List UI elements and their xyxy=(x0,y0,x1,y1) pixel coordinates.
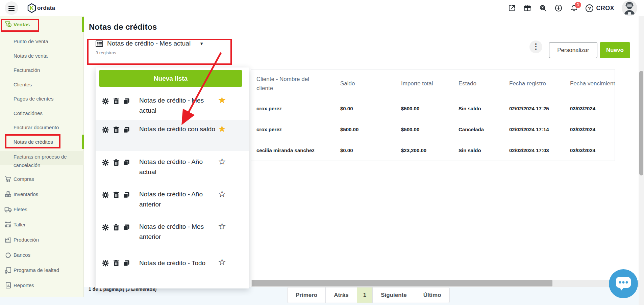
sidebar-item-notas-de-venta[interactable]: Notas de venta xyxy=(0,49,84,63)
cell-saldo: $0.00 xyxy=(335,147,396,153)
list-option-label[interactable]: Notas de crédito - Todo xyxy=(139,258,217,268)
settings-gear-icon[interactable] xyxy=(101,223,109,231)
table-row[interactable]: crox perez $0.00 $500.00 Sin saldo 02/02… xyxy=(251,98,615,119)
caret-down-icon[interactable]: ▼ xyxy=(199,41,204,46)
list-option-label[interactable]: Notas de crédito - Año anterior xyxy=(139,189,217,210)
horizontal-scrollbar-thumb[interactable] xyxy=(252,280,552,286)
search-records-icon[interactable] xyxy=(539,4,547,12)
delete-trash-icon[interactable] xyxy=(112,223,120,231)
sidebar-item-facturacion[interactable]: Facturación xyxy=(0,63,84,77)
delete-trash-icon[interactable] xyxy=(112,259,120,267)
notifications-bell-icon[interactable]: 1 xyxy=(570,4,578,12)
cell-fecha-vencimiento: 03/03/2024 xyxy=(565,127,615,132)
pagination-next-button[interactable]: Siguiente xyxy=(372,287,415,303)
list-option-label[interactable]: Notas de crédito - Año actual xyxy=(139,157,217,177)
pagination: Primero Atrás 1 Siguiente Último xyxy=(287,287,450,303)
pagination-last-button[interactable]: Último xyxy=(415,287,450,303)
duplicate-copy-icon[interactable] xyxy=(122,259,130,267)
sidebar-item-taller[interactable]: Taller xyxy=(0,217,84,232)
vertical-scrollbar-thumb[interactable] xyxy=(639,71,643,175)
duplicate-copy-icon[interactable] xyxy=(122,159,130,167)
sidebar-item-programa-lealtad[interactable]: Programa de lealtad xyxy=(0,262,84,277)
add-circle-icon[interactable] xyxy=(554,4,563,12)
sidebar-item-cotizaciones[interactable]: Cotizaciónes xyxy=(0,106,84,120)
gift-icon[interactable] xyxy=(523,4,531,12)
duplicate-copy-icon[interactable] xyxy=(122,97,130,105)
page-title: Notas de créditos xyxy=(89,22,157,32)
open-in-new-icon[interactable] xyxy=(508,4,516,12)
list-option-row[interactable]: Notas de crédito - Año anterior ☆ xyxy=(96,185,249,217)
star-filled-icon[interactable]: ★ xyxy=(218,95,226,105)
col-header-fecha-vencimiento[interactable]: Fecha vencimiento xyxy=(565,80,615,87)
sidebar-item-notas-de-creditos[interactable]: Notas de créditos xyxy=(0,135,84,149)
col-header-importe[interactable]: Importe total xyxy=(396,80,453,87)
duplicate-copy-icon[interactable] xyxy=(122,223,130,231)
delete-trash-icon[interactable] xyxy=(112,159,120,167)
star-outline-icon[interactable]: ☆ xyxy=(218,257,226,267)
cell-fecha-vencimiento: 03/03/2024 xyxy=(565,106,615,111)
star-filled-icon[interactable]: ★ xyxy=(218,124,226,134)
cell-cliente: crox perez xyxy=(251,127,335,132)
cell-importe: $500.00 xyxy=(396,106,453,111)
duplicate-copy-icon[interactable] xyxy=(122,191,130,199)
sidebar-item-produccion[interactable]: Producción xyxy=(0,232,84,247)
sidebar-item-inventarios[interactable]: Inventarios xyxy=(0,186,84,201)
user-avatar[interactable] xyxy=(622,0,637,16)
pagination-current-page[interactable]: 1 xyxy=(357,287,373,303)
list-option-row-highlighted[interactable]: Notas de crédito con saldo ★ xyxy=(96,120,249,151)
list-option-label[interactable]: Notas de crédito - Mes anterior xyxy=(139,222,217,242)
col-header-fecha-registro[interactable]: Fecha registro xyxy=(504,80,565,87)
cell-cliente: crox perez xyxy=(251,106,335,111)
list-option-row[interactable]: Notas de crédito - Mes actual ★ xyxy=(96,91,249,120)
sidebar-item-facturas-en-proceso[interactable]: Facturas en proceso de cancelación xyxy=(0,150,84,171)
sidebar-item-fletes[interactable]: Fletes xyxy=(0,201,84,217)
list-selector[interactable]: Notas de crédito - Mes actual ▼ 3 regist… xyxy=(96,40,204,55)
new-list-button[interactable]: Nueva lista xyxy=(99,70,242,87)
new-button[interactable]: Nuevo xyxy=(600,42,630,58)
settings-gear-icon[interactable] xyxy=(101,259,109,267)
personalize-button[interactable]: Personalizar xyxy=(549,42,597,58)
col-header-estado[interactable]: Estado xyxy=(453,80,504,87)
col-header-saldo[interactable]: Saldo xyxy=(335,80,396,87)
pagination-prev-button[interactable]: Atrás xyxy=(325,287,357,303)
cell-saldo: $500.00 xyxy=(335,127,396,132)
sidebar-item-clientes[interactable]: Clientes xyxy=(0,77,84,91)
settings-gear-icon[interactable] xyxy=(101,126,109,134)
vertical-scrollbar[interactable] xyxy=(639,16,644,305)
sidebar-item-compras[interactable]: Compras xyxy=(0,171,84,186)
table-row[interactable]: crox perez $500.00 $500.00 Cancelada 02/… xyxy=(251,119,615,140)
chat-support-button[interactable] xyxy=(609,269,638,298)
star-outline-icon[interactable]: ☆ xyxy=(218,221,226,231)
list-option-label[interactable]: Notas de crédito - Mes actual xyxy=(139,95,217,116)
sidebar-item-facturar-documento[interactable]: Facturar documento xyxy=(0,120,84,134)
sidebar-item-reportes[interactable]: Reportes xyxy=(0,277,84,293)
help-icon[interactable]: ? xyxy=(586,4,593,12)
delete-trash-icon[interactable] xyxy=(112,97,120,105)
list-option-row[interactable]: Notas de crédito - Todo ☆ xyxy=(96,250,249,278)
sidebar-nav: $ Ventas Punto de Venta Notas de venta F… xyxy=(0,16,84,297)
settings-gear-icon[interactable] xyxy=(101,191,109,199)
star-outline-icon[interactable]: ☆ xyxy=(218,189,226,199)
star-outline-icon[interactable]: ☆ xyxy=(218,157,226,167)
brand-logo[interactable]: K ordata xyxy=(27,3,55,13)
list-option-label[interactable]: Notas de crédito con saldo xyxy=(139,124,217,134)
hamburger-menu-button[interactable] xyxy=(5,1,18,15)
sidebar-item-punto-de-venta[interactable]: Punto de Venta xyxy=(0,34,84,48)
delete-trash-icon[interactable] xyxy=(112,191,120,199)
sidebar-item-pagos-de-clientes[interactable]: Pagos de clientes xyxy=(0,91,84,106)
topbar-actions: 1 ? CROX xyxy=(500,0,637,16)
settings-gear-icon[interactable] xyxy=(101,97,109,105)
settings-gear-icon[interactable] xyxy=(101,159,109,167)
horizontal-scrollbar[interactable] xyxy=(251,280,644,287)
piggy-bank-icon xyxy=(4,251,12,259)
more-options-kebab-button[interactable]: ⋮ xyxy=(529,40,542,53)
pagination-first-button[interactable]: Primero xyxy=(287,287,326,303)
delete-trash-icon[interactable] xyxy=(112,126,120,134)
list-option-row[interactable]: Notas de crédito - Mes anterior ☆ xyxy=(96,217,249,250)
duplicate-copy-icon[interactable] xyxy=(122,126,130,134)
sidebar-item-ventas[interactable]: $ Ventas xyxy=(0,16,84,32)
col-header-cliente[interactable]: Cliente - Nombre del cliente xyxy=(251,75,335,93)
table-row[interactable]: cecilia miranda sanchez $0.00 $23,200.00… xyxy=(251,140,615,161)
sidebar-item-bancos[interactable]: Bancos xyxy=(0,247,84,262)
list-option-row[interactable]: Notas de crédito - Año actual ☆ xyxy=(96,152,249,185)
